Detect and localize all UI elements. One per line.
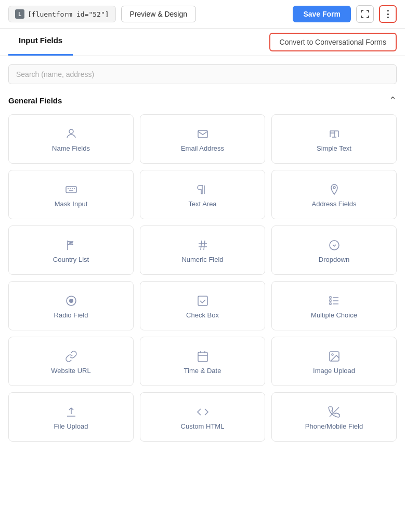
svg-line-18 <box>204 241 205 250</box>
search-container <box>0 56 405 88</box>
svg-point-12 <box>72 188 73 189</box>
field-card-radio-field[interactable]: Radio Field <box>8 281 134 330</box>
field-card-numeric-field[interactable]: Numeric Field <box>140 225 265 275</box>
field-label-phone-mobile: Phone/Mobile Field <box>305 422 363 430</box>
field-card-time-date[interactable]: Time & Date <box>140 337 265 386</box>
svg-rect-27 <box>330 300 331 301</box>
field-card-dropdown[interactable]: Dropdown <box>271 225 397 275</box>
general-fields-section-header: General Fields ⌃ <box>0 88 405 110</box>
collapse-icon[interactable]: ⌃ <box>389 95 397 106</box>
field-label-country-list: Country List <box>53 256 89 263</box>
field-label-custom-html: Custom HTML <box>181 422 225 430</box>
keyboard-icon <box>65 183 77 196</box>
field-card-mask-input[interactable]: Mask Input <box>8 170 134 219</box>
calendar-icon <box>197 350 209 363</box>
convert-to-conversational-button[interactable]: Convert to Conversational Forms <box>269 33 397 51</box>
field-label-name-fields: Name Fields <box>52 144 90 152</box>
field-card-multiple-choice[interactable]: Multiple Choice <box>271 281 397 330</box>
tab-input-fields[interactable]: Input Fields <box>8 29 73 56</box>
svg-point-11 <box>70 188 71 189</box>
code-icon <box>197 406 209 418</box>
field-card-text-area[interactable]: Text Area <box>140 170 265 219</box>
save-form-button[interactable]: Save Form <box>293 6 351 22</box>
svg-point-10 <box>68 188 69 189</box>
general-fields-title: General Fields <box>8 96 62 105</box>
field-label-website-url: Website URL <box>51 367 90 375</box>
link-icon <box>65 350 77 363</box>
field-card-address-fields[interactable]: Address Fields <box>271 170 397 219</box>
field-card-check-box[interactable]: Check Box <box>140 281 265 330</box>
flag-icon <box>65 239 77 251</box>
field-label-radio-field: Radio Field <box>54 311 88 319</box>
list-icon <box>328 295 341 307</box>
field-card-custom-html[interactable]: Custom HTML <box>140 392 265 442</box>
hash-icon <box>197 239 209 251</box>
field-label-multiple-choice: Multiple Choice <box>311 311 357 319</box>
preview-design-button[interactable]: Preview & Design <box>121 6 197 22</box>
svg-point-13 <box>74 188 75 189</box>
field-label-numeric-field: Numeric Field <box>181 256 223 263</box>
fields-grid: Name Fields Email Address Simple Text <box>0 110 405 452</box>
field-label-dropdown: Dropdown <box>319 256 349 263</box>
svg-point-14 <box>333 187 335 189</box>
svg-point-21 <box>69 299 73 303</box>
svg-point-34 <box>332 354 333 355</box>
field-card-country-list[interactable]: Country List <box>8 225 134 275</box>
field-label-email-address: Email Address <box>181 144 224 152</box>
image-icon <box>328 350 341 363</box>
field-label-mask-input: Mask Input <box>55 200 88 208</box>
upload-icon <box>65 406 77 418</box>
field-label-image-upload: Image Upload <box>313 367 355 375</box>
field-label-text-area: Text Area <box>188 200 216 208</box>
shortcode-text: [fluentform id="52"] <box>28 10 109 18</box>
l-icon: L <box>15 9 24 19</box>
field-card-file-upload[interactable]: File Upload <box>8 392 134 442</box>
paragraph-icon <box>197 183 209 196</box>
field-card-image-upload[interactable]: Image Upload <box>271 337 397 386</box>
person-icon <box>65 128 77 140</box>
tabs-row: Input Fields Convert to Conversational F… <box>0 29 405 56</box>
text-icon <box>328 128 341 140</box>
more-options-button[interactable]: ⋮ <box>379 5 397 23</box>
field-label-simple-text: Simple Text <box>317 144 351 152</box>
svg-rect-26 <box>330 297 331 298</box>
svg-rect-4 <box>66 187 76 193</box>
svg-point-19 <box>330 241 339 250</box>
svg-line-35 <box>330 407 339 417</box>
field-label-time-date: Time & Date <box>184 367 221 375</box>
field-card-website-url[interactable]: Website URL <box>8 337 134 386</box>
field-card-name-fields[interactable]: Name Fields <box>8 114 134 164</box>
field-card-phone-mobile[interactable]: Phone/Mobile Field <box>271 392 397 442</box>
svg-rect-29 <box>198 352 207 362</box>
svg-rect-22 <box>198 296 207 305</box>
pin-icon <box>328 183 341 196</box>
checkbox-icon <box>197 295 209 307</box>
field-label-check-box: Check Box <box>186 311 219 319</box>
fullscreen-button[interactable] <box>356 5 374 23</box>
field-label-file-upload: File Upload <box>54 422 88 430</box>
radio-icon <box>65 295 77 307</box>
phone-icon <box>328 406 341 418</box>
field-card-email-address[interactable]: Email Address <box>140 114 265 164</box>
svg-rect-28 <box>330 303 331 304</box>
chevron-circle-icon <box>328 239 341 251</box>
svg-line-17 <box>201 241 202 250</box>
email-icon <box>197 128 209 140</box>
field-label-address-fields: Address Fields <box>312 200 357 208</box>
svg-point-0 <box>69 129 73 134</box>
search-input[interactable] <box>8 64 397 84</box>
shortcode-badge: L [fluentform id="52"] <box>8 6 116 22</box>
field-card-simple-text[interactable]: Simple Text <box>271 114 397 164</box>
svg-rect-1 <box>198 130 207 138</box>
